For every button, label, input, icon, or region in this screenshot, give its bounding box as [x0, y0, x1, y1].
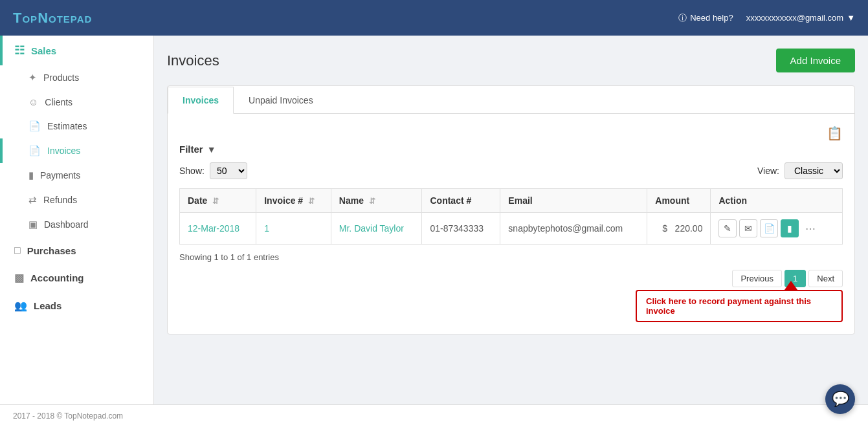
sidebar-item-refunds[interactable]: ⇄ Refunds: [0, 188, 153, 212]
table-body: 12-Mar-2018 1 Mr. David Taylor 01-873433…: [180, 213, 843, 245]
invoices-icon: 📄: [28, 145, 41, 157]
view-select[interactable]: Classic Modern: [785, 162, 843, 179]
page-header: Invoices Add Invoice: [167, 49, 855, 72]
export-icon[interactable]: 📋: [827, 126, 843, 141]
chat-bubble[interactable]: 💬: [825, 384, 855, 414]
tab-unpaid-invoices[interactable]: Unpaid Invoices: [234, 87, 328, 114]
sidebar-leads-header[interactable]: 👥 Leads: [0, 292, 153, 320]
col-action: Action: [711, 189, 843, 213]
payments-icon: ▮: [28, 170, 34, 181]
sort-invoice-icon: ⇵: [308, 197, 315, 206]
showing-text: Showing 1 to 1 of 1 entries: [179, 252, 843, 262]
sort-name-icon: ⇵: [369, 197, 375, 206]
invoices-table: Date ⇵ Invoice # ⇵ Name ⇵: [179, 188, 843, 245]
next-button[interactable]: Next: [808, 270, 843, 287]
cell-name: Mr. David Taylor: [331, 213, 422, 245]
sidebar-item-label: Products: [43, 72, 79, 83]
chevron-down-icon: ▼: [847, 13, 855, 23]
col-email[interactable]: Email: [500, 189, 647, 213]
col-contact[interactable]: Contact #: [422, 189, 500, 213]
filter-icon[interactable]: ▼: [207, 144, 216, 155]
cell-date: 12-Mar-2018: [180, 213, 256, 245]
sales-icon: ☷: [14, 43, 25, 58]
callout-box: Click here to record payment against thi…: [636, 290, 843, 322]
more-action-button[interactable]: ⋯: [801, 219, 819, 237]
edit-action-button[interactable]: ✎: [718, 219, 737, 237]
clients-icon: ☺: [28, 96, 38, 107]
sidebar-item-label: Refunds: [43, 195, 77, 205]
footer-text: 2017 - 2018 © TopNotepad.com: [13, 411, 123, 421]
help-text: Need help?: [690, 13, 733, 23]
sidebar-accounting-label: Accounting: [30, 272, 84, 283]
sidebar-item-dashboard[interactable]: ▣ Dashboard: [0, 212, 153, 237]
pagination-row: Previous 1 Next: [179, 270, 843, 287]
sidebar-purchases-label: Purchases: [27, 245, 76, 256]
sort-date-icon: ⇵: [212, 197, 219, 206]
sidebar-purchases-header[interactable]: □ Purchases: [0, 237, 153, 264]
invoices-card: Invoices Unpaid Invoices 📋 Filter ▼: [167, 85, 855, 334]
table-header: Date ⇵ Invoice # ⇵ Name ⇵: [180, 189, 843, 213]
sidebar-item-label: Estimates: [47, 121, 87, 131]
dashboard-icon: ▣: [28, 219, 38, 230]
card-body: 📋 Filter ▼ Show: 50 10 25 100: [168, 114, 854, 334]
accounting-icon: ▩: [14, 272, 24, 284]
col-invoice-num[interactable]: Invoice # ⇵: [256, 189, 331, 213]
sidebar-item-clients[interactable]: ☺ Clients: [0, 90, 153, 114]
header-right: ⓘ Need help? xxxxxxxxxxxx@gmail.com ▼: [678, 12, 855, 24]
sidebar-item-label: Dashboard: [44, 219, 89, 230]
callout-arrow: [785, 281, 797, 290]
tab-invoices[interactable]: Invoices: [168, 87, 234, 114]
filter-row: Filter ▼: [179, 144, 843, 155]
show-control: Show: 50 10 25 100: [179, 162, 247, 179]
sidebar-item-estimates[interactable]: 📄 Estimates: [0, 114, 153, 138]
callout-wrapper: Click here to record payment against thi…: [179, 290, 843, 322]
tab-unpaid-label: Unpaid Invoices: [249, 95, 313, 105]
filter-label: Filter: [179, 144, 203, 155]
sidebar-item-label: Payments: [40, 170, 80, 181]
col-name[interactable]: Name ⇵: [331, 189, 422, 213]
cell-invoice-num: 1: [256, 213, 331, 245]
cell-email: snapbytephotos@gmail.com: [500, 213, 647, 245]
sidebar-item-label: Invoices: [47, 146, 80, 156]
content-area: Invoices Add Invoice Invoices Unpaid Inv…: [154, 36, 868, 404]
prev-button[interactable]: Previous: [732, 270, 782, 287]
help-icon: ⓘ: [678, 12, 687, 24]
main-layout: ☷ Sales ✦ Products ☺ Clients 📄 Estimates…: [0, 36, 868, 404]
user-menu[interactable]: xxxxxxxxxxxx@gmail.com ▼: [746, 13, 855, 23]
sidebar-item-payments[interactable]: ▮ Payments: [0, 163, 153, 188]
payment-action-button[interactable]: ▮: [781, 219, 799, 237]
col-amount[interactable]: Amount: [647, 189, 711, 213]
view-label: View:: [757, 166, 779, 176]
pagination-callout-area: Previous 1 Next Click here to record pay…: [179, 270, 843, 322]
tab-invoices-label: Invoices: [183, 95, 219, 105]
sidebar-sales-label: Sales: [31, 45, 56, 56]
show-label: Show:: [179, 166, 205, 176]
sidebar-item-invoices[interactable]: 📄 Invoices: [0, 138, 153, 163]
sidebar-item-label: Clients: [45, 97, 72, 107]
show-select[interactable]: 50 10 25 100: [210, 162, 247, 179]
pdf-action-button[interactable]: 📄: [760, 219, 778, 237]
invoice-num-link[interactable]: 1: [264, 223, 269, 234]
cell-action: ✎ ✉ 📄 ▮ ⋯: [711, 213, 843, 245]
logo-notepad: Notepad: [38, 10, 92, 26]
table-row: 12-Mar-2018 1 Mr. David Taylor 01-873433…: [180, 213, 843, 245]
name-link[interactable]: Mr. David Taylor: [339, 223, 404, 234]
view-control: View: Classic Modern: [757, 162, 843, 179]
estimates-icon: 📄: [28, 120, 41, 132]
sidebar-accounting-header[interactable]: ▩ Accounting: [0, 264, 153, 292]
callout-inner: Click here to record payment against thi…: [636, 290, 843, 322]
refunds-icon: ⇄: [28, 194, 37, 206]
tab-spacer: [328, 87, 854, 114]
purchases-icon: □: [14, 245, 21, 256]
col-date[interactable]: Date ⇵: [180, 189, 256, 213]
help-link[interactable]: ⓘ Need help?: [678, 12, 733, 24]
sidebar-item-products[interactable]: ✦ Products: [0, 65, 153, 90]
sidebar-sales-header[interactable]: ☷ Sales: [0, 36, 153, 65]
logo[interactable]: TopNotepad: [13, 10, 92, 27]
cell-amount: $ 220.00: [647, 213, 711, 245]
footer: 2017 - 2018 © TopNotepad.com: [0, 404, 868, 427]
email-action-button[interactable]: ✉: [739, 219, 757, 237]
date-link[interactable]: 12-Mar-2018: [188, 223, 239, 234]
add-invoice-button[interactable]: Add Invoice: [776, 49, 855, 72]
header: TopNotepad ⓘ Need help? xxxxxxxxxxxx@gma…: [0, 0, 868, 36]
